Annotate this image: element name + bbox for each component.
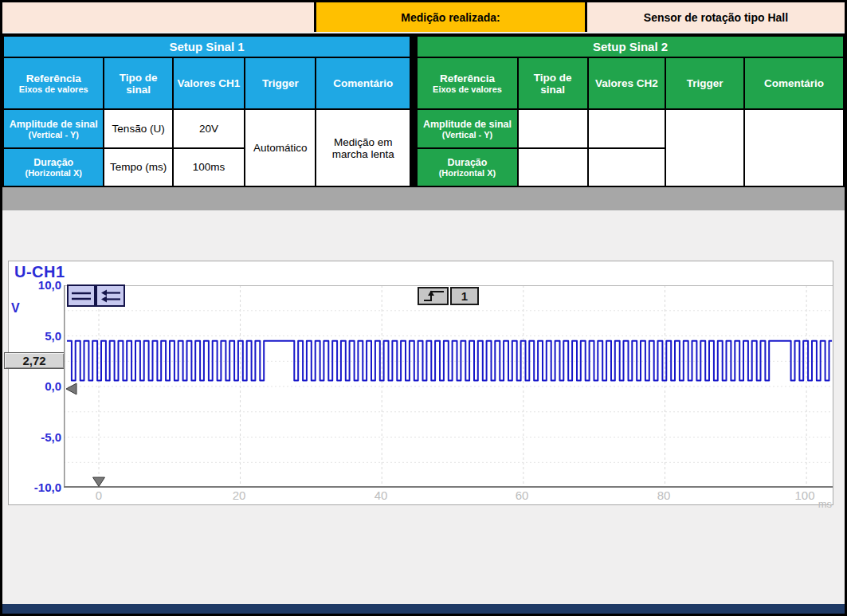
- setup1-valor-duracao-cell[interactable]: 100ms: [173, 148, 245, 186]
- rising-edge-icon: [421, 288, 446, 304]
- setup2-duracao-sub: (Horizontal X): [419, 168, 516, 178]
- header-empty-cell[interactable]: [2, 2, 314, 32]
- trigger-source-button[interactable]: 1: [450, 287, 479, 305]
- display-mode-button[interactable]: [67, 284, 96, 307]
- x-tick-80: 80: [640, 488, 688, 502]
- setup2-title: Setup Sinal 2: [417, 36, 844, 57]
- setup2-row-amplitude-label: Amplitude de sinal (Vertical - Y): [417, 109, 518, 147]
- setup2-comentario-cell[interactable]: [744, 109, 844, 186]
- y-tick-0: 0,0: [20, 379, 61, 393]
- x-tick-60: 60: [498, 488, 546, 502]
- top-header-row: Medição realizada: Sensor de rotação tip…: [2, 2, 845, 32]
- measurement-label-cell[interactable]: Medição realizada:: [316, 2, 585, 32]
- scope-plot: [64, 285, 833, 488]
- document-page: Medição realizada: Sensor de rotação tip…: [0, 0, 847, 616]
- setup-sinal-1-table: Setup Sinal 1 Referência Eixos de valore…: [2, 35, 411, 187]
- setup1-col-referencia-sub: Eixos de valores: [6, 84, 101, 94]
- ground-level-marker[interactable]: [66, 383, 76, 394]
- x-tick-40: 40: [357, 488, 405, 502]
- setup1-col-valores: Valores CH1: [173, 57, 245, 110]
- setup2-duracao-text: Duração: [419, 157, 516, 168]
- double-left-arrow-icon: [99, 287, 123, 304]
- setup2-tipo-amplitude-cell[interactable]: [518, 109, 588, 147]
- setup2-col-valores: Valores CH2: [588, 57, 666, 110]
- setup2-row-duracao-label: Duração (Horizontal X): [417, 148, 518, 186]
- y-tick-5: 5,0: [20, 329, 61, 343]
- sensor-name-cell[interactable]: Sensor de rotação tipo Hall: [587, 2, 845, 32]
- setup-sinal-2-table: Setup Sinal 2 Referência Eixos de valore…: [416, 35, 845, 187]
- setup2-tipo-duracao-cell[interactable]: [518, 148, 588, 186]
- setup1-duracao-text: Duração: [6, 157, 101, 168]
- setup1-col-trigger: Trigger: [245, 57, 316, 110]
- y-tick-m5: -5,0: [20, 430, 61, 444]
- page-content: Medição realizada: Sensor de rotação tip…: [2, 2, 845, 614]
- setup1-col-referencia: Referência Eixos de valores: [3, 57, 104, 110]
- setup2-amplitude-sub: (Vertical - Y): [419, 130, 516, 139]
- setup1-col-comentario: Comentário: [316, 57, 410, 110]
- setup2-col-referencia-label: Referência: [419, 73, 516, 84]
- setup1-row-amplitude-label: Amplitude de sinal (Vertical - Y): [3, 109, 104, 147]
- setup2-amplitude-text: Amplitude de sinal: [419, 119, 516, 130]
- y-tick-m10: -10,0: [20, 481, 61, 494]
- setup2-col-referencia: Referência Eixos de valores: [417, 57, 518, 110]
- setup1-valor-amplitude-cell[interactable]: 20V: [173, 109, 245, 147]
- setup1-title: Setup Sinal 1: [3, 36, 410, 57]
- setup1-col-referencia-label: Referência: [6, 73, 101, 84]
- y-tick-10: 10,0: [20, 278, 61, 292]
- x-tick-0: 0: [75, 488, 123, 502]
- setup1-col-tipo: Tipo de sinal: [104, 57, 172, 110]
- setup1-amplitude-text: Amplitude de sinal: [6, 119, 101, 130]
- setup1-tipo-duracao-cell[interactable]: Tempo (ms): [104, 148, 172, 186]
- setup-tables: Setup Sinal 1 Referência Eixos de valore…: [2, 33, 845, 187]
- oscilloscope-panel: U-CH1 V 10,0 5,0 0,0 -5,0 -10,0 2,72: [8, 261, 833, 505]
- x-axis-unit: ms: [792, 498, 832, 510]
- setup1-row-duracao-label: Duração (Horizontal X): [3, 148, 104, 186]
- setup2-col-referencia-sub: Eixos de valores: [419, 84, 516, 94]
- trigger-level-indicator[interactable]: 2,72: [4, 352, 65, 369]
- setup1-tipo-amplitude-cell[interactable]: Tensão (U): [104, 109, 172, 147]
- setup1-comentario-cell[interactable]: Medição em marcha lenta: [316, 109, 410, 186]
- setup2-trigger-cell[interactable]: [665, 109, 744, 186]
- setup1-duracao-sub: (Horizontal X): [6, 168, 101, 178]
- x-tick-20: 20: [215, 488, 263, 502]
- footer-bar: [2, 604, 845, 614]
- divider-bar: [2, 187, 845, 210]
- setup2-col-comentario: Comentário: [744, 57, 844, 110]
- setup1-amplitude-sub: (Vertical - Y): [6, 130, 101, 139]
- setup1-trigger-cell[interactable]: Automático: [245, 109, 316, 186]
- lines-icon: [69, 287, 93, 304]
- pan-left-button[interactable]: [96, 284, 125, 307]
- setup2-col-trigger: Trigger: [665, 57, 744, 110]
- setup2-col-tipo: Tipo de sinal: [518, 57, 588, 110]
- trigger-edge-button[interactable]: [418, 287, 449, 305]
- setup2-valor-duracao-cell[interactable]: [588, 148, 666, 186]
- y-axis-unit: V: [11, 301, 20, 316]
- trigger-time-marker[interactable]: [93, 477, 105, 487]
- setup2-valor-amplitude-cell[interactable]: [588, 109, 666, 147]
